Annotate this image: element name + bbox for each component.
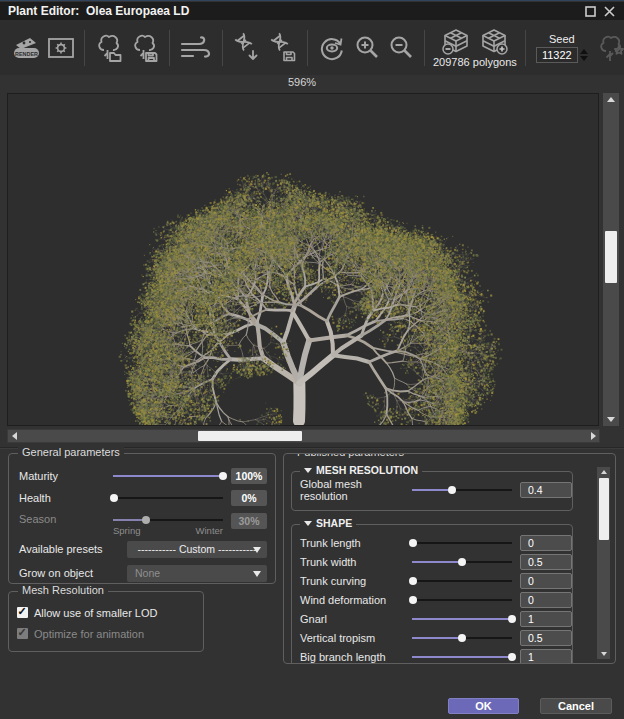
wind-button[interactable] — [179, 34, 213, 62]
toolbar-separator — [84, 30, 85, 66]
parameter-slider[interactable] — [412, 542, 512, 544]
collapse-arrow-icon — [304, 468, 312, 473]
arrow-up-icon — [607, 97, 615, 102]
parameter-value: 30% — [231, 513, 267, 529]
render-settings-button[interactable] — [47, 35, 75, 61]
zoom-out-button[interactable] — [387, 34, 415, 62]
load-dna-icon — [232, 32, 262, 64]
scroll-thumb[interactable] — [599, 478, 609, 540]
increase-polygons-button[interactable] — [478, 28, 510, 56]
grow-on-object-label: Grow on object — [19, 567, 127, 579]
render-button[interactable]: RENDER — [11, 33, 41, 63]
parameter-value[interactable]: 0 — [520, 592, 572, 608]
parameter-slider[interactable] — [113, 497, 223, 499]
checkbox[interactable] — [17, 607, 28, 618]
parameter-slider[interactable] — [412, 489, 512, 491]
arrow-up-icon — [601, 470, 607, 474]
decrease-polygons-button[interactable] — [440, 28, 472, 56]
checkbox-label: Optimize for animation — [34, 628, 144, 640]
slider-handle[interactable] — [409, 539, 417, 547]
vertical-scroll-thumb[interactable] — [605, 231, 617, 283]
checkbox-row: Allow use of smaller LOD — [17, 602, 203, 623]
parameter-value[interactable]: 0.4 — [520, 482, 572, 498]
parameter-row: Trunk width 0.5 — [300, 554, 572, 570]
scroll-down-button[interactable] — [603, 413, 619, 426]
save-dna-button[interactable] — [268, 32, 298, 64]
slider-handle[interactable] — [219, 472, 227, 480]
titlebar: Plant Editor: Olea Europaea LD — [0, 2, 624, 20]
parameter-row: Trunk curving 0 — [300, 573, 572, 589]
save-plant-button[interactable] — [130, 32, 160, 64]
close-icon — [604, 6, 615, 17]
presets-row: Available presets ----------- Custom ---… — [19, 537, 267, 561]
seed-increment-button[interactable] — [580, 49, 588, 54]
horizontal-scroll-thumb[interactable] — [198, 431, 302, 441]
parameter-label: Wind deformation — [300, 594, 412, 606]
parameter-slider[interactable] — [412, 656, 512, 658]
load-plant-button[interactable] — [94, 32, 124, 64]
parameter-value[interactable]: 0.5 — [520, 630, 572, 646]
presets-dropdown[interactable]: ----------- Custom ----------- — [127, 541, 267, 558]
parameter-slider[interactable] — [412, 637, 512, 639]
group-title[interactable]: MESH RESOLUTION — [300, 464, 422, 476]
scroll-up-button[interactable] — [603, 93, 619, 106]
slider-handle[interactable] — [458, 558, 466, 566]
scroll-down-button[interactable] — [597, 649, 610, 659]
slider-sublabels: Spring Winter — [113, 525, 223, 536]
slider-handle[interactable] — [508, 653, 516, 661]
parameter-row: Global mesh resolution 0.4 — [300, 482, 572, 498]
save-dna-icon — [268, 32, 298, 64]
close-button[interactable] — [603, 5, 616, 18]
mesh-resolution-group: MESH RESOLUTION Global mesh resolution 0… — [291, 471, 573, 511]
slider-handle[interactable] — [448, 486, 456, 494]
parameter-slider[interactable] — [113, 475, 223, 477]
parameter-value[interactable]: 0.5 — [520, 554, 572, 570]
viewport-vertical-scrollbar[interactable] — [603, 93, 619, 426]
slider-handle[interactable] — [110, 494, 118, 502]
scroll-up-button[interactable] — [597, 467, 610, 477]
slider-fill — [412, 637, 462, 639]
slider-handle[interactable] — [409, 596, 417, 604]
parameter-value[interactable]: 1 — [520, 611, 572, 627]
parameter-label: Trunk width — [300, 556, 412, 568]
scroll-left-button[interactable] — [8, 430, 20, 442]
parameter-value[interactable]: 1 — [520, 649, 572, 664]
parameter-value[interactable]: 0% — [231, 490, 267, 506]
parameter-slider[interactable] — [412, 599, 512, 601]
slider-handle[interactable] — [409, 577, 417, 585]
seed-decrement-button[interactable] — [580, 56, 588, 61]
viewport[interactable] — [7, 93, 599, 426]
slider-sublabel-right: Winter — [196, 525, 223, 536]
cancel-button[interactable]: Cancel — [540, 698, 612, 714]
ok-button[interactable]: OK — [448, 698, 519, 714]
published-parameters-scrollbar[interactable] — [597, 467, 610, 659]
parameter-label: Trunk curving — [300, 575, 412, 587]
scroll-right-button[interactable] — [587, 430, 599, 442]
tree-preview — [8, 94, 598, 425]
group-title[interactable]: SHAPE — [300, 517, 356, 529]
general-parameters-panel: General parameters Maturity 100% Health — [8, 453, 276, 584]
slider-fill — [113, 475, 223, 477]
slider-handle[interactable] — [458, 634, 466, 642]
zoom-in-button[interactable] — [353, 34, 381, 62]
parameter-slider[interactable] — [412, 580, 512, 582]
arrow-right-icon — [591, 432, 596, 440]
grow-on-object-value: None — [135, 567, 160, 579]
svg-text:RENDER: RENDER — [15, 50, 38, 56]
chevron-down-icon — [253, 571, 261, 577]
parameter-slider[interactable] — [412, 561, 512, 563]
viewport-horizontal-scrollbar[interactable] — [7, 429, 600, 443]
arrow-down-icon — [601, 652, 607, 656]
parameter-value[interactable]: 0 — [520, 535, 572, 551]
parameter-value[interactable]: 0 — [520, 573, 572, 589]
parameter-value[interactable]: 100% — [231, 468, 267, 484]
maximize-button[interactable] — [584, 5, 597, 18]
seed-input[interactable]: 11322 — [536, 47, 578, 63]
viewport-zoom-level: 596% — [0, 76, 604, 88]
tree-variation-button — [595, 32, 624, 64]
parameter-slider[interactable] — [412, 618, 512, 620]
reset-view-button[interactable] — [317, 33, 347, 63]
load-dna-button[interactable] — [232, 32, 262, 64]
parameter-row: Gnarl 1 — [300, 611, 572, 627]
slider-handle[interactable] — [508, 615, 516, 623]
